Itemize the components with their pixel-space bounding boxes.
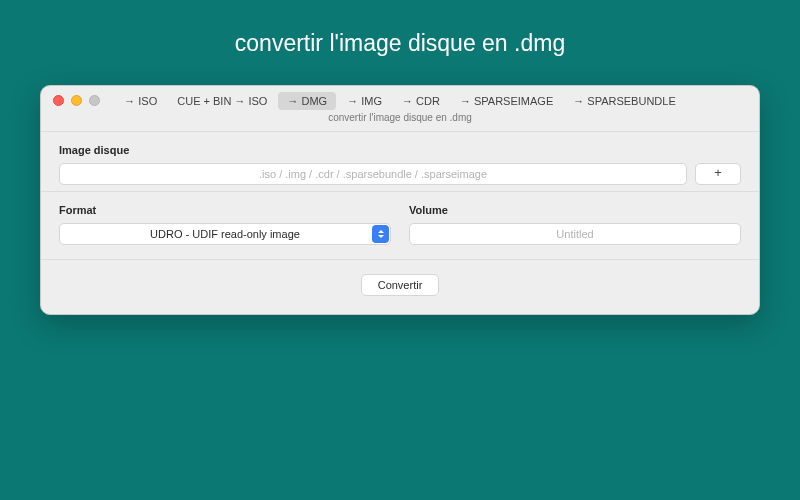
disk-image-input[interactable]: .iso / .img / .cdr / .sparsebundle / .sp… — [59, 163, 687, 185]
chevron-updown-icon — [372, 225, 389, 243]
tab-img[interactable]: → IMG — [338, 92, 391, 110]
tab-iso[interactable]: → ISO — [115, 92, 166, 110]
tab-sparseimage[interactable]: → SPARSEIMAGE — [451, 92, 562, 110]
convert-button[interactable]: Convertir — [361, 274, 440, 296]
volume-label: Volume — [409, 204, 741, 216]
format-volume-row: Format UDRO - UDIF read-only image Volum… — [41, 192, 759, 259]
format-select[interactable]: UDRO - UDIF read-only image — [59, 223, 391, 245]
minimize-icon[interactable] — [71, 95, 82, 106]
format-selected-value: UDRO - UDIF read-only image — [150, 228, 300, 240]
tab-dmg[interactable]: → DMG — [278, 92, 336, 110]
tab-cdr[interactable]: → CDR — [393, 92, 449, 110]
app-window: → ISO CUE + BIN → ISO → DMG → IMG → CDR … — [40, 85, 760, 315]
tab-cue-bin-iso[interactable]: CUE + BIN → ISO — [168, 92, 276, 110]
volume-input[interactable]: Untitled — [409, 223, 741, 245]
disk-image-label: Image disque — [59, 144, 741, 156]
format-section: Format UDRO - UDIF read-only image — [59, 204, 391, 245]
maximize-icon — [89, 95, 100, 106]
footer: Convertir — [41, 260, 759, 314]
disk-image-section: Image disque .iso / .img / .cdr / .spars… — [41, 132, 759, 191]
disk-image-row: .iso / .img / .cdr / .sparsebundle / .sp… — [59, 163, 741, 185]
format-label: Format — [59, 204, 391, 216]
add-file-button[interactable]: + — [695, 163, 741, 185]
volume-section: Volume Untitled — [409, 204, 741, 245]
tabs-subtitle: convertir l'image disque en .dmg — [41, 112, 759, 131]
tab-sparsebundle[interactable]: → SPARSEBUNDLE — [564, 92, 685, 110]
page-title: convertir l'image disque en .dmg — [235, 30, 565, 57]
close-icon[interactable] — [53, 95, 64, 106]
tabs-row: → ISO CUE + BIN → ISO → DMG → IMG → CDR … — [41, 92, 759, 112]
